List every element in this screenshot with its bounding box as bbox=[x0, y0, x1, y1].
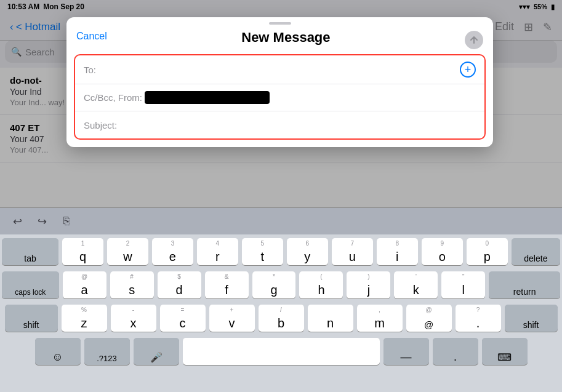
key-row-4: ☺ .?123 🎤 — . ⌨ bbox=[2, 338, 560, 365]
tab-key[interactable]: tab bbox=[2, 238, 58, 265]
caps-lock-key[interactable]: caps lock bbox=[2, 271, 59, 298]
key-u[interactable]: 7u bbox=[332, 238, 373, 265]
key-v[interactable]: +v bbox=[209, 305, 255, 332]
key-g[interactable]: *g bbox=[252, 271, 296, 298]
undo-button[interactable]: ↩ bbox=[7, 212, 27, 231]
key-t[interactable]: 5t bbox=[242, 238, 283, 265]
subject-row: Subject: bbox=[75, 111, 484, 138]
send-icon bbox=[469, 35, 479, 45]
cc-bcc-row: Cc/Bcc, From: bbox=[75, 84, 484, 111]
compose-modal: Cancel New Message To: + Cc/Bcc, From: S… bbox=[66, 17, 493, 147]
add-recipient-button[interactable]: + bbox=[460, 62, 476, 78]
key-l[interactable]: "l bbox=[441, 271, 485, 298]
key-i[interactable]: 8i bbox=[377, 238, 418, 265]
cc-bcc-label: Cc/Bcc, From: bbox=[84, 92, 142, 103]
compose-fields: To: + Cc/Bcc, From: Subject: bbox=[74, 54, 486, 140]
emoji-key[interactable]: ☺ bbox=[35, 338, 81, 365]
keyboard: ↩ ↪ ⎘ tab 1q 2w 3e 4r 5t 6y 7u 8i 9o 0p … bbox=[0, 207, 562, 392]
key-row-1: tab 1q 2w 3e 4r 5t 6y 7u 8i 9o 0p delete bbox=[2, 238, 560, 265]
right-shift-key[interactable]: shift bbox=[505, 305, 558, 332]
key-period[interactable]: ?. bbox=[456, 305, 501, 332]
key-k[interactable]: 'k bbox=[394, 271, 438, 298]
key-n[interactable]: n bbox=[308, 305, 353, 332]
key-h[interactable]: (h bbox=[299, 271, 343, 298]
key-e[interactable]: 3e bbox=[152, 238, 193, 265]
send-button[interactable] bbox=[465, 31, 483, 49]
key-w[interactable]: 2w bbox=[107, 238, 148, 265]
return-key[interactable]: return bbox=[489, 271, 560, 298]
mic-key[interactable]: 🎤 bbox=[134, 338, 179, 365]
to-input[interactable] bbox=[133, 65, 460, 75]
hide-keyboard-key[interactable]: ⌨ bbox=[482, 338, 528, 365]
key-b[interactable]: /b bbox=[259, 305, 304, 332]
key-a[interactable]: @a bbox=[63, 271, 106, 298]
to-row: To: + bbox=[75, 55, 484, 84]
key-at[interactable]: @@ bbox=[406, 305, 452, 332]
key-d[interactable]: $d bbox=[158, 271, 201, 298]
numbers-key[interactable]: .?123 bbox=[84, 338, 130, 365]
key-z[interactable]: %z bbox=[62, 305, 107, 332]
modal-header: Cancel New Message bbox=[66, 27, 493, 54]
key-row-3: shift %z -x =c +v /b n ,m @@ ?. shift bbox=[2, 305, 560, 332]
redo-button[interactable]: ↪ bbox=[32, 212, 52, 231]
subject-input[interactable] bbox=[133, 120, 476, 130]
key-q[interactable]: 1q bbox=[62, 238, 103, 265]
key-j[interactable]: )j bbox=[347, 271, 390, 298]
to-label: To: bbox=[84, 65, 133, 75]
paste-button[interactable]: ⎘ bbox=[57, 212, 76, 231]
key-x[interactable]: -x bbox=[111, 305, 156, 332]
keyboard-body: tab 1q 2w 3e 4r 5t 6y 7u 8i 9o 0p delete… bbox=[0, 234, 562, 367]
key-m[interactable]: ,m bbox=[357, 305, 403, 332]
key-r[interactable]: 4r bbox=[197, 238, 238, 265]
keyboard-toolbar: ↩ ↪ ⎘ bbox=[0, 207, 562, 234]
cancel-button[interactable]: Cancel bbox=[76, 30, 107, 42]
bottom-period-key[interactable]: . bbox=[433, 338, 478, 365]
modal-drag-handle bbox=[269, 22, 291, 25]
key-s[interactable]: #s bbox=[110, 271, 154, 298]
delete-key[interactable]: delete bbox=[512, 238, 560, 265]
dash-key[interactable]: — bbox=[383, 338, 429, 365]
space-key[interactable] bbox=[183, 338, 380, 365]
compose-title: New Message bbox=[241, 30, 330, 46]
key-p[interactable]: 0p bbox=[467, 238, 508, 265]
subject-label: Subject: bbox=[84, 120, 133, 130]
left-shift-key[interactable]: shift bbox=[5, 305, 58, 332]
key-y[interactable]: 6y bbox=[287, 238, 328, 265]
key-row-2: caps lock @a #s $d &f *g (h )j 'k "l ret… bbox=[2, 271, 560, 298]
key-c[interactable]: =c bbox=[160, 305, 206, 332]
from-value bbox=[145, 91, 270, 104]
key-o[interactable]: 9o bbox=[422, 238, 463, 265]
key-f[interactable]: &f bbox=[205, 271, 249, 298]
